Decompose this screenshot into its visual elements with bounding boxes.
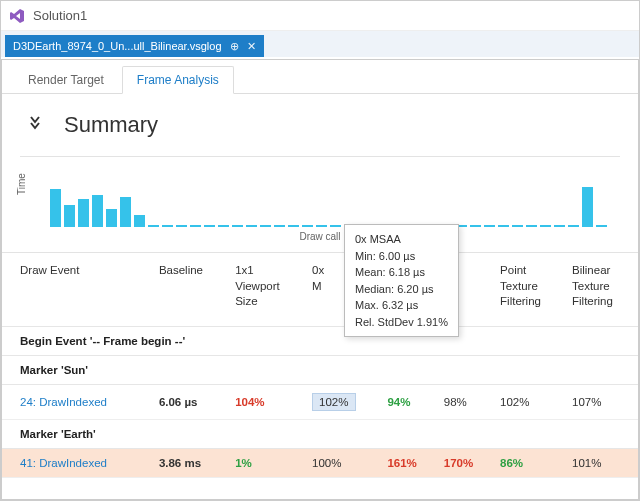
section-marker-earth: Marker 'Earth' bbox=[2, 419, 638, 448]
cell-viewport: 104% bbox=[235, 396, 264, 408]
chart-bar[interactable] bbox=[246, 225, 257, 227]
chart-bar[interactable] bbox=[148, 225, 159, 227]
cell-baseline: 3.86 ms bbox=[153, 448, 229, 477]
chart-bar[interactable] bbox=[302, 225, 313, 227]
stats-tooltip: 0x MSAA Min: 6.00 µs Mean: 6.18 µs Media… bbox=[344, 224, 459, 337]
window-title: Solution1 bbox=[33, 8, 87, 23]
col-viewport[interactable]: 1x1 Viewport Size bbox=[229, 253, 306, 327]
chart-bar[interactable] bbox=[512, 225, 523, 227]
inner-tab-strip: Render Target Frame Analysis bbox=[2, 60, 638, 94]
cell-4x: 98% bbox=[438, 384, 494, 419]
chart-bar[interactable] bbox=[330, 225, 341, 227]
tooltip-line: Min: 6.00 µs bbox=[355, 248, 448, 265]
tooltip-line: 0x MSAA bbox=[355, 231, 448, 248]
tab-render-target[interactable]: Render Target bbox=[14, 67, 118, 93]
chart-bar[interactable] bbox=[50, 189, 61, 227]
cell-2x: 94% bbox=[387, 396, 410, 408]
cell-2x: 161% bbox=[387, 457, 416, 469]
table-row[interactable]: 24: DrawIndexed 6.06 µs 104% 102% 94% 98… bbox=[2, 384, 638, 419]
chart-bar[interactable] bbox=[554, 225, 565, 227]
chart-bar[interactable] bbox=[218, 225, 229, 227]
col-event[interactable]: Draw Event bbox=[2, 253, 153, 327]
summary-header: Summary bbox=[2, 94, 638, 146]
cell-point: 102% bbox=[494, 384, 566, 419]
chart-bar[interactable] bbox=[260, 225, 271, 227]
content-pane: Render Target Frame Analysis Summary Tim… bbox=[1, 59, 639, 500]
draw-event-link[interactable]: 41: DrawIndexed bbox=[20, 457, 107, 469]
time-chart: Time bbox=[2, 157, 638, 227]
cell-point: 86% bbox=[500, 457, 523, 469]
chart-bar[interactable] bbox=[64, 205, 75, 227]
table-header-row: Draw Event Baseline 1x1 Viewport Size 0x… bbox=[2, 253, 638, 327]
tooltip-line: Rel. StdDev 1.91% bbox=[355, 314, 448, 331]
chart-bar[interactable] bbox=[274, 225, 285, 227]
cell-baseline: 6.06 µs bbox=[153, 384, 229, 419]
chart-bar[interactable] bbox=[316, 225, 327, 227]
pin-icon[interactable]: ⊕ bbox=[230, 40, 239, 53]
tooltip-line: Max. 6.32 µs bbox=[355, 297, 448, 314]
chart-bar[interactable] bbox=[162, 225, 173, 227]
summary-title: Summary bbox=[64, 112, 158, 138]
chart-bar[interactable] bbox=[190, 225, 201, 227]
chart-bar[interactable] bbox=[484, 225, 495, 227]
titlebar: Solution1 bbox=[1, 1, 639, 31]
tooltip-line: Median: 6.20 µs bbox=[355, 281, 448, 298]
cell-bilinear: 107% bbox=[566, 384, 638, 419]
chart-bar[interactable] bbox=[288, 225, 299, 227]
collapse-icon[interactable] bbox=[30, 116, 48, 134]
col-point-filter[interactable]: Point Texture Filtering bbox=[494, 253, 566, 327]
vs-logo-icon bbox=[9, 8, 25, 24]
chart-bar[interactable] bbox=[176, 225, 187, 227]
tab-frame-analysis[interactable]: Frame Analysis bbox=[122, 66, 234, 94]
chart-bar[interactable] bbox=[582, 187, 593, 227]
col-bilinear-filter[interactable]: Bilinear Texture Filtering bbox=[566, 253, 638, 327]
chart-bar[interactable] bbox=[568, 225, 579, 227]
section-frame-begin: Begin Event '-- Frame begin --' bbox=[2, 326, 638, 355]
chart-bar[interactable] bbox=[78, 199, 89, 227]
chart-bar[interactable] bbox=[106, 209, 117, 227]
tooltip-line: Mean: 6.18 µs bbox=[355, 264, 448, 281]
chart-bar[interactable] bbox=[120, 197, 131, 227]
draw-event-link[interactable]: 24: DrawIndexed bbox=[20, 396, 107, 408]
table-row[interactable]: 41: DrawIndexed 3.86 ms 1% 100% 161% 170… bbox=[2, 448, 638, 477]
chart-bar[interactable] bbox=[498, 225, 509, 227]
chart-bar[interactable] bbox=[540, 225, 551, 227]
chart-ylabel: Time bbox=[16, 173, 27, 195]
chart-bar[interactable] bbox=[92, 195, 103, 227]
cell-viewport: 1% bbox=[235, 457, 252, 469]
document-tab-label: D3DEarth_8974_0_Un...ull_Bilinear.vsglog bbox=[13, 40, 222, 52]
chart-bar[interactable] bbox=[526, 225, 537, 227]
col-baseline[interactable]: Baseline bbox=[153, 253, 229, 327]
cell-0x-selected[interactable]: 102% bbox=[312, 393, 355, 411]
close-icon[interactable]: ✕ bbox=[247, 40, 256, 53]
chart-bar[interactable] bbox=[596, 225, 607, 227]
chart-xlabel: Draw call bbox=[2, 227, 638, 252]
chart-bar[interactable] bbox=[204, 225, 215, 227]
cell-bilinear: 101% bbox=[566, 448, 638, 477]
cell-4x: 170% bbox=[444, 457, 473, 469]
results-table-container: Draw Event Baseline 1x1 Viewport Size 0x… bbox=[2, 252, 638, 478]
chart-bar[interactable] bbox=[232, 225, 243, 227]
section-marker-sun: Marker 'Sun' bbox=[2, 355, 638, 384]
document-tab-strip: D3DEarth_8974_0_Un...ull_Bilinear.vsglog… bbox=[1, 31, 639, 57]
document-tab-active[interactable]: D3DEarth_8974_0_Un...ull_Bilinear.vsglog… bbox=[5, 35, 264, 57]
chart-bars bbox=[50, 177, 620, 227]
cell-0x: 100% bbox=[306, 448, 381, 477]
chart-bar[interactable] bbox=[470, 225, 481, 227]
chart-bar[interactable] bbox=[134, 215, 145, 227]
results-table: Draw Event Baseline 1x1 Viewport Size 0x… bbox=[2, 252, 638, 478]
